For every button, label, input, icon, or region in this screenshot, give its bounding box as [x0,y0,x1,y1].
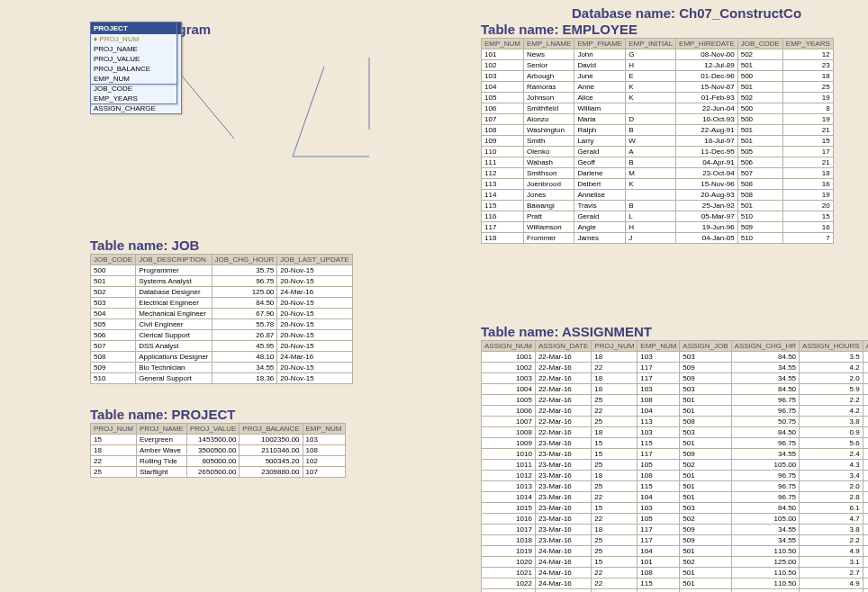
table-row: 116PrattGeraldL05-Mar-9751015 [482,211,834,222]
table-row: 101223-Mar-161810850196.753.4328.95 [482,471,869,481]
table-row: 100622-Mar-162210450196.754.2406.35 [482,406,869,417]
table-row: 102SeniorDavidH12-Jul-8950123 [482,60,834,71]
column-header: ASSIGN_CHARGE [863,341,868,352]
table-row: 101023-Mar-161511750934.552.482.92 [482,449,869,460]
table-row: 100522-Mar-162510850196.752.2212.85 [482,395,869,406]
column-header: PROJ_NUM [592,341,637,352]
table-row: 507DSS Analyst45.9520-Nov-15 [91,341,353,352]
table-row: 505Civil Engineer55.7820-Nov-15 [91,319,353,330]
column-header: ASSIGN_HOURS [800,341,863,352]
column-header: EMP_NUM [482,39,524,49]
table-row: 109SmithLarryW18-Jul-9750115 [482,136,834,147]
table-row: 102324-Mar-1622105502125.003.5437.50 [482,589,869,593]
column-header: EMP_INITIAL [626,39,676,49]
table-row: 101523-Mar-161510350384.506.1515.45 [482,503,869,514]
column-header: JOB_CODE [737,39,782,49]
table-row: 114JonesAnnelise20-Aug-9350819 [482,190,834,201]
table-row: 101823-Mar-162511750934.552.276.01 [482,535,869,546]
table-row: 108WashingtonRalphB22-Aug-9150121 [482,125,834,136]
table-row: 101623-Mar-1622105502105.004.7493.50 [482,514,869,525]
table-row: 101323-Mar-162511550196.752.0193.50 [482,481,869,492]
column-header: EMP_YEARS [782,39,833,49]
table-row: 102024-Mar-1615101502125.003.1387.50 [482,557,869,568]
table-row: 104RamorasAnneK15-Nov-8750125 [482,82,834,93]
table-row: 503Electrical Engineer84.5020-Nov-15 [91,298,353,309]
column-header: EMP_NUM [303,424,345,435]
table-row: 105JohnsonAliceK01-Feb-9350219 [482,93,834,103]
table-row: 101123-Mar-1625105502105.004.3451.50 [482,460,869,471]
table-row: 118FrommerJamesJ04-Jan-055107 [482,233,834,244]
table-row: 100422-Mar-161810350384.505.9498.55 [482,384,869,395]
table-row: 504Mechanical Engineer67.9020-Nov-15 [91,309,353,319]
table-row: 100722-Mar-162511350850.753.8192.85 [482,417,869,427]
table-row: 101423-Mar-162210450196.752.8270.90 [482,492,869,503]
column-header: JOB_CODE [91,255,136,265]
table-row: 111WabashGeoffB04-Apr-9150621 [482,157,834,168]
table-project: PROJ_NUMPROJ_NAMEPROJ_VALUEPROJ_BALANCEE… [90,423,346,478]
table-employee: EMP_NUMEMP_LNAMEEMP_FNAMEEMP_INITIALEMP_… [481,38,834,244]
table-row: 508Applications Designer48.1024-Mar-16 [91,352,353,363]
table-row: 18Amber Wave3500500.002110346.00108 [91,445,346,456]
table-row: 100923-Mar-161511550196.755.6541.80 [482,438,869,449]
column-header: JOB_LAST_UPDATE [277,255,352,265]
column-header: PROJ_BALANCE [240,424,303,435]
table-row: 101723-Mar-161811750934.553.8131.29 [482,525,869,535]
table-job: JOB_CODEJOB_DESCRIPTIONJOB_CHG_HOURJOB_L… [90,254,353,384]
column-header: EMP_HIREDATE [676,39,738,49]
job-title: Table name: JOB [90,238,199,253]
table-row: 506Clerical Support26.8720-Nov-15 [91,330,353,341]
table-row: 502Database Designer125.0024-Mar-16 [91,287,353,298]
table-row: 509Bio Technician34.5520-Nov-15 [91,363,353,373]
table-row: 103ArboughJuneE01-Dec-9650018 [482,71,834,82]
table-row: 101NewsJohnG08-Nov-0050212 [482,49,834,60]
table-row: 100122-Mar-161810350384.503.5295.75 [482,352,869,363]
table-row: 25Starflight2650500.002309880.00107 [91,467,346,478]
column-header: ASSIGN_NUM [482,341,536,352]
column-header: EMP_LNAME [524,39,574,49]
table-row: 100222-Mar-162211750934.554.2145.11 [482,363,869,373]
table-row: 22Rolling Tide805000.00500345.20102 [91,456,346,467]
table-row: 113JoenbroodDelbertK15-Nov-9650816 [482,179,834,190]
table-row: 500Programmer35.7520-Nov-15 [91,265,353,276]
table-row: 117WilliamsonAngieH19-Jun-9650916 [482,222,834,233]
column-header: PROJ_NAME [137,424,187,435]
table-row: 106SmithfieldWilliam22-Jun-045008 [482,103,834,114]
table-row: 110OlenkoGeraldA11-Dec-9550517 [482,147,834,157]
project-title: Table name: PROJECT [90,407,235,422]
table-row: 100822-Mar-161810350384.500.976.05 [482,427,869,438]
table-row: 510General Support18.3620-Nov-15 [91,373,353,384]
table-row: 102224-Mar-1622115501110.504.9541.45 [482,579,869,589]
table-row: 112SmithsonDarleneM23-Oct-9450718 [482,168,834,179]
column-header: JOB_DESCRIPTION [136,255,212,265]
table-assignment: ASSIGN_NUMASSIGN_DATEPROJ_NUMEMP_NUMASSI… [481,340,868,592]
column-header: PROJ_NUM [91,424,137,435]
table-row: 107AlonzoMariaD10-Oct-9350019 [482,114,834,125]
svg-line-1 [293,67,324,157]
table-row: 101924-Mar-1625104501110.504.9541.45 [482,546,869,557]
table-row: 102124-Mar-1622108501110.502.7298.35 [482,568,869,579]
employee-title: Table name: EMPLOYEE [481,22,637,37]
table-row: 115BawangiTravisB25-Jan-9250120 [482,201,834,211]
column-header: EMP_NUM [637,341,680,352]
column-header: EMP_FNAME [574,39,626,49]
table-row: 100322-Mar-161811750934.552.069.10 [482,373,869,384]
column-header: JOB_CHG_HOUR [212,255,277,265]
entity-project: PROJECT ♦ PROJ_NUM PROJ_NAME PROJ_VALUE … [90,22,177,85]
relational-diagram: JOB ♦ JOB_CODE JOB_DESCRIPTION JOB_CHG_H… [90,22,468,229]
database-name: Database name: Ch07_ConstructCo [572,5,801,21]
column-header: ASSIGN_DATE [535,341,591,352]
column-header: ASSIGN_JOB [680,341,731,352]
assignment-title: Table name: ASSIGNMENT [481,324,652,339]
column-header: ASSIGN_CHG_HR [731,341,799,352]
column-header: PROJ_VALUE [186,424,239,435]
table-row: 501Systems Analyst96.7520-Nov-15 [91,276,353,287]
table-row: 15Evergreen1453500.001002350.00103 [91,435,346,445]
